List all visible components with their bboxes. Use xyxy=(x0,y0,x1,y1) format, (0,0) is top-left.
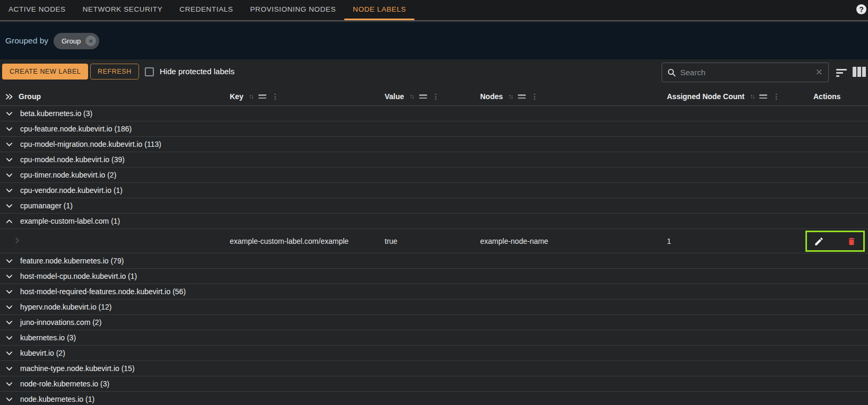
help-icon[interactable]: ? xyxy=(856,4,866,14)
chevron-down-icon[interactable] xyxy=(5,303,13,311)
delete-label-button[interactable] xyxy=(847,236,856,246)
key-header-label[interactable]: Key xyxy=(230,92,244,101)
group-row[interactable]: cpu-timer.node.kubevirt.io (2) xyxy=(0,168,868,183)
group-row[interactable]: cpumanager (1) xyxy=(0,198,868,214)
nodes-header-label[interactable]: Nodes xyxy=(480,92,503,101)
nodes-column-header: Nodes ↑↓ ⋮ xyxy=(480,87,539,106)
filter-lines-icon[interactable] xyxy=(518,93,526,100)
chevron-down-icon[interactable] xyxy=(5,395,13,403)
group-row[interactable]: beta.kubernetes.io (3) xyxy=(0,106,868,121)
assigned-count-header-label[interactable]: Assigned Node Count xyxy=(667,92,744,101)
kebab-icon[interactable]: ⋮ xyxy=(432,92,440,101)
value-header-label[interactable]: Value xyxy=(385,92,404,101)
kebab-icon[interactable]: ⋮ xyxy=(531,92,539,101)
table-rows: beta.kubernetes.io (3)cpu-feature.node.k… xyxy=(0,106,868,405)
chevron-down-icon[interactable] xyxy=(5,349,13,357)
group-column-header[interactable]: Group xyxy=(19,92,41,101)
group-row[interactable]: juno-innovations.com (2) xyxy=(0,315,868,330)
actions-header-label: Actions xyxy=(813,92,840,101)
tab-active-nodes[interactable]: ACTIVE NODES xyxy=(0,0,74,20)
assigned-count-column-header: Assigned Node Count ↑↓ ⋮ xyxy=(667,87,780,106)
group-label: kubevirt.io (2) xyxy=(20,349,65,357)
group-row[interactable]: cpu-model-migration.node.kubevirt.io (11… xyxy=(0,137,868,152)
table-header: Group Key ↑↓ ⋮ Value ↑↓ ⋮ Nodes ↑↓ ⋮ Ass… xyxy=(0,87,868,106)
pencil-icon xyxy=(814,236,824,246)
chevron-down-icon[interactable] xyxy=(5,380,13,388)
create-new-label-button[interactable]: CREATE NEW LABEL xyxy=(2,64,88,80)
sort-icon[interactable]: ↑↓ xyxy=(508,93,513,100)
group-row[interactable]: machine-type.node.kubevirt.io (15) xyxy=(0,361,868,376)
chevron-down-icon[interactable] xyxy=(5,125,13,133)
sort-icon[interactable]: ↑↓ xyxy=(750,93,754,100)
filter-lines-icon[interactable] xyxy=(419,93,427,100)
filter-lines-icon[interactable] xyxy=(258,93,266,100)
kebab-icon[interactable]: ⋮ xyxy=(272,92,279,101)
expand-all-header: Group xyxy=(5,87,41,106)
chevron-down-icon[interactable] xyxy=(5,288,13,296)
group-label: host-model-cpu.node.kubevirt.io (1) xyxy=(20,272,137,280)
tab-node-labels[interactable]: NODE LABELS xyxy=(344,0,414,20)
kebab-icon[interactable]: ⋮ xyxy=(772,92,780,101)
chevron-right-icon xyxy=(13,236,21,246)
group-row[interactable]: cpu-model.node.kubevirt.io (39) xyxy=(0,152,868,168)
chevron-down-icon[interactable] xyxy=(5,202,13,210)
group-label: juno-innovations.com (2) xyxy=(20,318,101,327)
group-label: cpu-model-migration.node.kubevirt.io (11… xyxy=(20,140,161,148)
chevron-down-icon[interactable] xyxy=(5,187,13,195)
group-label: feature.node.kubernetes.io (79) xyxy=(20,257,124,265)
group-label: node-role.kubernetes.io (3) xyxy=(20,380,109,388)
chevron-down-icon[interactable] xyxy=(5,110,13,118)
assigned-node-count-cell: 1 xyxy=(667,237,671,245)
group-row[interactable]: cpu-feature.node.kubevirt.io (186) xyxy=(0,121,868,137)
sort-icon[interactable]: ↑↓ xyxy=(410,93,414,100)
hide-protected-label: Hide protected labels xyxy=(160,67,235,76)
group-row[interactable]: node-role.kubernetes.io (3) xyxy=(0,376,868,392)
group-label: node.kubernetes.io (1) xyxy=(20,395,94,403)
value-column-header: Value ↑↓ ⋮ xyxy=(385,87,440,106)
group-row[interactable]: feature.node.kubernetes.io (79) xyxy=(0,253,868,269)
group-row[interactable]: host-model-cpu.node.kubevirt.io (1) xyxy=(0,269,868,284)
chevron-down-icon[interactable] xyxy=(5,156,13,164)
group-row[interactable]: node.kubernetes.io (1) xyxy=(0,392,868,405)
group-label: cpu-timer.node.kubevirt.io (2) xyxy=(20,171,116,179)
filter-lines-icon[interactable] xyxy=(759,93,767,100)
group-row[interactable]: kubevirt.io (2) xyxy=(0,346,868,361)
filter-icon[interactable] xyxy=(836,69,848,78)
group-row[interactable]: cpu-vendor.node.kubevirt.io (1) xyxy=(0,183,868,198)
tab-provisioning-nodes[interactable]: PROVISIONING NODES xyxy=(241,0,344,20)
group-row[interactable]: host-model-required-features.node.kubevi… xyxy=(0,284,868,300)
hide-protected-checkbox[interactable] xyxy=(145,67,154,76)
chip-remove-icon[interactable]: ✕ xyxy=(85,36,96,46)
tab-credentials[interactable]: CREDENTIALS xyxy=(171,0,241,20)
group-label: example-custom-label.com (1) xyxy=(20,217,120,225)
chevron-down-icon[interactable] xyxy=(5,319,13,327)
group-row[interactable]: hyperv.node.kubevirt.io (12) xyxy=(0,300,868,315)
grouped-by-band: Grouped by Group ✕ xyxy=(0,22,868,59)
label-detail-row[interactable]: example-custom-label.com/exampletrueexam… xyxy=(0,229,868,253)
label-key-cell: example-custom-label.com/example xyxy=(230,237,349,245)
group-row[interactable]: kubernetes.io (3) xyxy=(0,330,868,346)
search-icon xyxy=(667,68,676,77)
sort-icon[interactable]: ↑↓ xyxy=(249,93,253,100)
refresh-button[interactable]: REFRESH xyxy=(90,64,139,80)
chevron-up-icon[interactable] xyxy=(5,217,13,225)
group-row[interactable]: example-custom-label.com (1) xyxy=(0,214,868,229)
group-label: cpu-vendor.node.kubevirt.io (1) xyxy=(20,186,123,195)
chevron-down-icon[interactable] xyxy=(5,257,13,265)
expand-all-icon[interactable] xyxy=(5,93,13,100)
columns-icon[interactable] xyxy=(853,67,866,77)
tab-network-security[interactable]: NETWORK SECURITY xyxy=(74,0,171,20)
group-label: host-model-required-features.node.kubevi… xyxy=(20,287,186,296)
chevron-down-icon[interactable] xyxy=(5,365,13,373)
tab-bar: ACTIVE NODESNETWORK SECURITYCREDENTIALSP… xyxy=(0,0,868,21)
chevron-down-icon[interactable] xyxy=(5,272,13,280)
node-labels-page: ACTIVE NODESNETWORK SECURITYCREDENTIALSP… xyxy=(0,0,868,405)
group-label: cpu-feature.node.kubevirt.io (186) xyxy=(20,125,132,133)
chevron-down-icon[interactable] xyxy=(5,171,13,179)
chevron-down-icon[interactable] xyxy=(5,140,13,148)
edit-label-button[interactable] xyxy=(814,236,824,246)
search-clear-icon[interactable]: ✕ xyxy=(815,68,823,77)
chevron-down-icon[interactable] xyxy=(5,334,13,342)
group-by-chip[interactable]: Group ✕ xyxy=(54,33,99,49)
search-input[interactable] xyxy=(680,68,811,77)
